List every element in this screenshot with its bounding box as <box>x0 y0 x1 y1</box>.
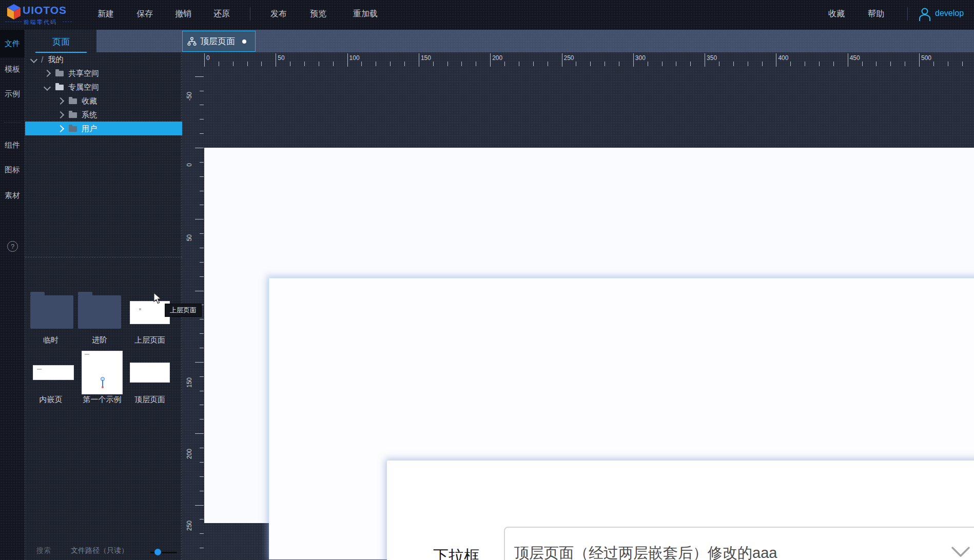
user-avatar-icon[interactable] <box>919 7 931 22</box>
folder-icon <box>55 71 64 76</box>
ruler-tick <box>476 62 476 66</box>
ruler-tick <box>719 62 719 66</box>
ruler-tick <box>200 162 204 163</box>
logo-title: UIOTOS <box>23 4 67 16</box>
thumb-folder-temp[interactable] <box>30 295 73 329</box>
thumb-label-upper[interactable]: 上层页面 <box>124 335 176 345</box>
dropdown-label: 下拉框 <box>433 546 479 560</box>
menu-new[interactable]: 新建 <box>98 9 114 19</box>
chevron-right-icon[interactable] <box>44 69 51 76</box>
ruler-tick <box>919 53 920 67</box>
ruler-label: 150 <box>186 377 193 388</box>
ruler-label: 500 <box>921 54 931 62</box>
ruler-tick <box>204 53 205 67</box>
ruler-tick <box>200 176 204 177</box>
uiotos-logo-icon <box>6 4 22 20</box>
ruler-label: 250 <box>186 521 193 531</box>
menu-reload[interactable]: 重加载 <box>353 9 378 19</box>
ruler-tick <box>662 62 663 66</box>
menu-redo[interactable]: 还原 <box>213 9 230 19</box>
zoom-slider-knob[interactable] <box>154 549 161 555</box>
tree-item-users[interactable]: 用户 <box>25 122 182 135</box>
ruler-tick <box>705 53 705 67</box>
chevron-right-icon[interactable] <box>57 125 64 132</box>
ruler-tick <box>390 62 391 66</box>
rail-item-assets[interactable]: 素材 <box>0 191 25 201</box>
thumb-label-temp[interactable]: 临时 <box>25 335 76 345</box>
nested-page-upper[interactable]: 下拉框 顶层页面（经过两层嵌套后）修改的aaa <box>269 278 974 559</box>
rail-item-examples[interactable]: 示例 <box>0 89 25 99</box>
ruler-label: 150 <box>421 54 431 62</box>
menu-divider <box>250 7 250 21</box>
canvas-area[interactable]: 050100150200250300350400450500 -50050100… <box>182 52 974 560</box>
thumb-label-embedded[interactable]: 内嵌页 <box>25 395 76 405</box>
ruler-tick <box>548 62 548 66</box>
tree-item-favorites[interactable]: 收藏 <box>25 94 182 108</box>
ruler-tick <box>748 62 748 66</box>
chevron-right-icon[interactable] <box>57 97 64 104</box>
menu-favorites[interactable]: 收藏 <box>828 9 845 19</box>
ruler-tick <box>200 248 204 248</box>
folder-icon <box>69 126 77 132</box>
thumb-label-top[interactable]: 顶层页面 <box>124 395 176 405</box>
tree-item-shared-space[interactable]: 共享空间 <box>25 66 182 80</box>
ruler-tick <box>261 62 262 66</box>
ruler-tick <box>200 476 204 477</box>
ruler-tick <box>195 291 204 291</box>
ruler-tick <box>200 205 204 205</box>
chevron-right-icon[interactable] <box>57 111 64 118</box>
ruler-tick <box>790 62 791 66</box>
panel-tab-pages[interactable]: 页面 <box>35 36 87 53</box>
ruler-tick <box>876 62 876 66</box>
ruler-tick <box>200 119 204 119</box>
menu-help[interactable]: 帮助 <box>868 9 884 19</box>
ruler-label: -50 <box>186 92 193 101</box>
thumb-page-upper[interactable] <box>130 301 170 324</box>
menu-publish[interactable]: 发布 <box>270 9 287 19</box>
ruler-tick <box>219 62 219 66</box>
thumb-page-embedded[interactable] <box>33 365 74 380</box>
rail-item-icons[interactable]: 图标 <box>0 165 25 175</box>
thumb-page-first-example[interactable] <box>82 351 123 394</box>
ruler-label: 0 <box>206 54 210 62</box>
ruler-tick <box>200 91 204 91</box>
ruler-tick <box>805 62 805 66</box>
help-circle-icon[interactable]: ? <box>7 241 18 252</box>
top-level-page[interactable]: 下拉框 顶层页面（经过两层嵌套后）修改的aaa <box>204 148 974 523</box>
thumb-page-top[interactable] <box>130 363 170 383</box>
ruler-tick <box>461 62 462 66</box>
thumb-label-first-example[interactable]: 第一个示例 <box>76 395 128 405</box>
user-divider <box>907 7 908 21</box>
menu-preview[interactable]: 预览 <box>310 9 326 19</box>
menu-undo[interactable]: 撤销 <box>175 9 191 19</box>
tree-label: 系统 <box>82 110 97 119</box>
menu-save[interactable]: 保存 <box>137 9 153 19</box>
ruler-tick <box>200 276 204 277</box>
chevron-down-icon[interactable] <box>30 55 37 63</box>
user-name[interactable]: develop <box>935 9 964 18</box>
rail-item-files[interactable]: 文件 <box>0 39 25 49</box>
tab-modified-dot <box>242 39 246 44</box>
rail-item-templates[interactable]: 模板 <box>0 65 25 74</box>
ruler-tick <box>195 433 204 434</box>
tree-item-mine[interactable]: /我的 <box>25 52 182 66</box>
nested-page-inner[interactable]: 下拉框 顶层页面（经过两层嵌套后）修改的aaa <box>387 461 974 560</box>
ruler-tick <box>404 62 405 66</box>
ruler-label: 400 <box>778 54 788 62</box>
thumb-label-advanced[interactable]: 进阶 <box>74 335 125 345</box>
ruler-tick <box>200 462 204 463</box>
tab-top-page[interactable]: 顶层页面 <box>182 31 256 52</box>
dropdown-value: 顶层页面（经过两层嵌套后）修改的aaa <box>514 543 777 560</box>
ruler-tick <box>233 62 233 66</box>
ruler-label: 50 <box>186 234 193 241</box>
ruler-tick <box>776 53 776 67</box>
ruler-tick <box>948 62 948 66</box>
thumb-folder-advanced[interactable] <box>78 295 121 329</box>
tree-item-private-space[interactable]: 专属空间 <box>25 80 182 94</box>
chevron-down-icon[interactable] <box>44 83 51 90</box>
tree-item-system[interactable]: 系统 <box>25 108 182 122</box>
dropdown-select[interactable]: 顶层页面（经过两层嵌套后）修改的aaa <box>504 527 974 560</box>
rail-item-components[interactable]: 组件 <box>0 141 25 150</box>
search-label[interactable]: 搜索 <box>36 546 51 555</box>
ruler-tick <box>200 548 204 548</box>
